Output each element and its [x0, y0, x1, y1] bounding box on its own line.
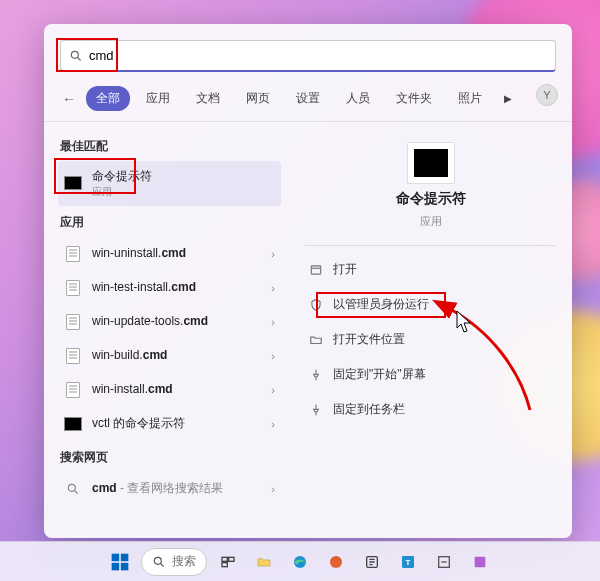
action-label: 打开: [333, 261, 357, 278]
cmd-icon: [64, 415, 82, 433]
tabs-more-button[interactable]: ▶: [498, 89, 518, 108]
app-result[interactable]: win-test-install.cmd ›: [58, 271, 281, 305]
search-input[interactable]: [89, 48, 547, 63]
pin-icon: [309, 403, 323, 417]
svg-rect-12: [229, 557, 234, 561]
pinned-app[interactable]: [357, 547, 387, 577]
filter-tabs-row: ← 全部 应用 文档 网页 设置 人员 文件夹 照片 ▶ Y: [44, 80, 572, 122]
pinned-app[interactable]: [321, 547, 351, 577]
svg-text:T: T: [406, 557, 411, 566]
taskbar-search-placeholder: 搜索: [172, 553, 196, 570]
cursor-icon: [456, 310, 474, 334]
app-result[interactable]: win-build.cmd ›: [58, 339, 281, 373]
section-best-match: 最佳匹配: [60, 138, 281, 155]
svg-rect-8: [121, 562, 128, 570]
tab-photos[interactable]: 照片: [448, 86, 492, 111]
shield-icon: [309, 298, 323, 312]
svg-rect-13: [222, 562, 227, 566]
svg-rect-20: [475, 556, 486, 567]
script-icon: [64, 313, 82, 331]
tab-apps[interactable]: 应用: [136, 86, 180, 111]
pinned-app[interactable]: T: [393, 547, 423, 577]
svg-point-9: [154, 557, 161, 564]
action-run-as-admin[interactable]: 以管理员身份运行: [305, 287, 556, 322]
section-apps: 应用: [60, 214, 281, 231]
tab-documents[interactable]: 文档: [186, 86, 230, 111]
tab-folders[interactable]: 文件夹: [386, 86, 442, 111]
start-search-window: ← 全部 应用 文档 网页 设置 人员 文件夹 照片 ▶ Y 最佳匹配 命令提示…: [44, 24, 572, 538]
svg-point-15: [330, 556, 342, 568]
taskbar-search[interactable]: 搜索: [141, 548, 207, 576]
action-label: 固定到"开始"屏幕: [333, 366, 426, 383]
chevron-right-icon: ›: [271, 483, 275, 495]
action-label: 固定到任务栏: [333, 401, 405, 418]
chevron-right-icon: ›: [271, 316, 275, 328]
svg-point-0: [71, 51, 78, 58]
pinned-app[interactable]: [429, 547, 459, 577]
start-button[interactable]: [105, 547, 135, 577]
script-icon: [64, 279, 82, 297]
account-button[interactable]: Y: [536, 84, 558, 106]
app-icon-large: [407, 142, 455, 184]
search-icon: [152, 555, 166, 569]
pin-icon: [309, 368, 323, 382]
app-result[interactable]: win-install.cmd ›: [58, 373, 281, 407]
detail-subtitle: 应用: [420, 214, 442, 229]
folder-icon: [309, 333, 323, 347]
action-open[interactable]: 打开: [305, 252, 556, 287]
search-bar[interactable]: [60, 40, 556, 72]
action-label: 打开文件位置: [333, 331, 405, 348]
svg-rect-7: [112, 562, 120, 570]
action-label: 以管理员身份运行: [333, 296, 429, 313]
svg-rect-4: [311, 265, 320, 273]
chevron-right-icon: ›: [271, 384, 275, 396]
tab-people[interactable]: 人员: [336, 86, 380, 111]
tab-settings[interactable]: 设置: [286, 86, 330, 111]
svg-line-10: [161, 563, 164, 566]
back-button[interactable]: ←: [58, 91, 80, 107]
script-icon: [64, 347, 82, 365]
search-icon: [69, 49, 83, 63]
cmd-icon: [64, 174, 82, 192]
svg-rect-6: [121, 553, 128, 561]
action-open-location[interactable]: 打开文件位置: [305, 322, 556, 357]
detail-title: 命令提示符: [396, 190, 466, 208]
best-match-subtitle: 应用: [92, 185, 275, 198]
svg-line-1: [78, 57, 81, 60]
app-result[interactable]: vctl 的命令提示符 ›: [58, 407, 281, 441]
tab-web[interactable]: 网页: [236, 86, 280, 111]
action-pin-start[interactable]: 固定到"开始"屏幕: [305, 357, 556, 392]
edge-button[interactable]: [285, 547, 315, 577]
svg-rect-11: [222, 557, 227, 561]
svg-point-2: [68, 484, 75, 491]
detail-pane: 命令提示符 应用 打开 以管理员身份运行: [289, 122, 572, 538]
pinned-app[interactable]: [465, 547, 495, 577]
chevron-right-icon: ›: [271, 282, 275, 294]
svg-line-3: [75, 490, 78, 493]
script-icon: [64, 381, 82, 399]
script-icon: [64, 245, 82, 263]
search-icon: [64, 480, 82, 498]
action-pin-taskbar[interactable]: 固定到任务栏: [305, 392, 556, 427]
chevron-right-icon: ›: [271, 248, 275, 260]
explorer-button[interactable]: [249, 547, 279, 577]
section-web: 搜索网页: [60, 449, 281, 466]
open-icon: [309, 263, 323, 277]
results-list: 最佳匹配 命令提示符 应用 应用 win-uninstall.cmd › win…: [44, 122, 289, 538]
best-match-result[interactable]: 命令提示符 应用: [58, 161, 281, 206]
app-result[interactable]: win-update-tools.cmd ›: [58, 305, 281, 339]
task-view-button[interactable]: [213, 547, 243, 577]
tab-all[interactable]: 全部: [86, 86, 130, 111]
web-result[interactable]: cmd - 查看网络搜索结果 ›: [58, 472, 281, 506]
best-match-title: 命令提示符: [92, 169, 275, 185]
svg-rect-5: [112, 553, 120, 561]
app-result[interactable]: win-uninstall.cmd ›: [58, 237, 281, 271]
chevron-right-icon: ›: [271, 418, 275, 430]
taskbar: 搜索 T: [0, 541, 600, 581]
chevron-right-icon: ›: [271, 350, 275, 362]
